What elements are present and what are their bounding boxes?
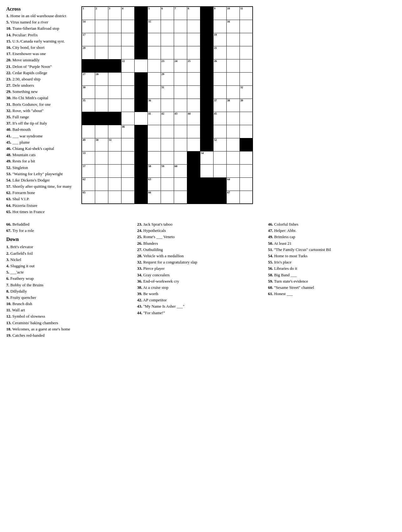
grid-cell[interactable]: 6 xyxy=(161,7,174,20)
grid-cell[interactable] xyxy=(240,151,253,164)
grid-cell[interactable]: 64 xyxy=(226,177,240,191)
grid-cell[interactable]: 37 xyxy=(213,99,226,112)
grid-cell[interactable] xyxy=(147,33,161,46)
grid-cell[interactable] xyxy=(240,164,253,177)
grid-cell[interactable]: 57 xyxy=(82,164,95,177)
grid-cell[interactable] xyxy=(134,59,147,72)
grid-cell[interactable] xyxy=(240,46,253,59)
grid-cell[interactable] xyxy=(226,85,240,99)
grid-cell[interactable] xyxy=(240,33,253,46)
grid-cell[interactable]: 45 xyxy=(213,112,226,125)
grid-cell[interactable] xyxy=(134,112,147,125)
grid-cell[interactable] xyxy=(174,46,187,59)
grid-cell[interactable] xyxy=(240,125,253,138)
grid-cell[interactable] xyxy=(226,125,240,138)
grid-cell[interactable]: 30 xyxy=(82,85,95,99)
grid-cell[interactable]: 50 xyxy=(95,138,108,151)
grid-cell[interactable]: 24 xyxy=(174,59,187,72)
grid-cell[interactable] xyxy=(226,59,240,72)
grid-cell[interactable] xyxy=(240,20,253,33)
grid-cell[interactable] xyxy=(226,151,240,164)
grid-cell[interactable] xyxy=(174,191,187,204)
grid-cell[interactable]: 11 xyxy=(240,7,253,20)
grid-cell[interactable] xyxy=(95,85,108,99)
grid-cell[interactable] xyxy=(108,99,121,112)
grid-cell[interactable] xyxy=(108,20,121,33)
grid-cell[interactable]: 66 xyxy=(147,191,161,204)
grid-cell[interactable]: 52 xyxy=(213,138,226,151)
grid-cell[interactable] xyxy=(108,125,121,138)
grid-cell[interactable]: 60 xyxy=(174,164,187,177)
grid-cell[interactable] xyxy=(121,191,134,204)
grid-cell[interactable] xyxy=(161,177,174,191)
grid-cell[interactable] xyxy=(161,151,174,164)
grid-cell[interactable]: 59 xyxy=(161,164,174,177)
grid-cell[interactable] xyxy=(213,85,226,99)
grid-cell[interactable] xyxy=(161,33,174,46)
grid-cell[interactable] xyxy=(95,125,108,138)
grid-cell[interactable] xyxy=(213,125,226,138)
grid-cell[interactable]: 19 xyxy=(213,33,226,46)
grid-cell[interactable]: 20 xyxy=(82,46,95,59)
grid-cell[interactable] xyxy=(226,72,240,85)
grid-cell[interactable] xyxy=(161,99,174,112)
grid-cell[interactable]: 10 xyxy=(226,7,240,20)
grid-cell[interactable] xyxy=(95,191,108,204)
grid-cell[interactable] xyxy=(147,59,161,72)
grid-cell[interactable] xyxy=(147,125,161,138)
grid-cell[interactable] xyxy=(108,33,121,46)
grid-cell[interactable] xyxy=(95,151,108,164)
grid-cell[interactable] xyxy=(226,46,240,59)
grid-cell[interactable] xyxy=(95,33,108,46)
grid-cell[interactable]: 41 xyxy=(147,112,161,125)
grid-cell[interactable] xyxy=(147,138,161,151)
grid-cell[interactable] xyxy=(200,164,213,177)
grid-cell[interactable] xyxy=(174,85,187,99)
grid-cell[interactable] xyxy=(240,191,253,204)
grid-cell[interactable]: 15 xyxy=(147,20,161,33)
grid-cell[interactable]: 67 xyxy=(226,191,240,204)
grid-cell[interactable]: 29 xyxy=(161,72,174,85)
grid-cell[interactable] xyxy=(95,164,108,177)
grid-cell[interactable] xyxy=(108,151,121,164)
grid-cell[interactable] xyxy=(161,20,174,33)
grid-cell[interactable]: 2 xyxy=(95,7,108,20)
grid-cell[interactable] xyxy=(187,33,200,46)
grid-cell[interactable] xyxy=(226,138,240,151)
grid-cell[interactable] xyxy=(174,72,187,85)
grid-cell[interactable] xyxy=(174,125,187,138)
grid-cell[interactable]: 51 xyxy=(108,138,121,151)
grid-cell[interactable] xyxy=(226,112,240,125)
grid-cell[interactable] xyxy=(187,138,200,151)
grid-cell[interactable]: 62 xyxy=(82,177,95,191)
grid-cell[interactable] xyxy=(121,46,134,59)
grid-cell[interactable]: 23 xyxy=(161,59,174,72)
grid-cell[interactable]: 36 xyxy=(147,99,161,112)
grid-cell[interactable] xyxy=(161,138,174,151)
grid-cell[interactable] xyxy=(121,151,134,164)
grid-cell[interactable]: 35 xyxy=(82,99,95,112)
grid-cell[interactable] xyxy=(174,177,187,191)
grid-cell[interactable]: 14 xyxy=(82,20,95,33)
grid-cell[interactable]: 22 xyxy=(121,59,134,72)
grid-cell[interactable] xyxy=(174,20,187,33)
grid-cell[interactable]: 42 xyxy=(161,112,174,125)
grid-cell[interactable]: 3 xyxy=(108,7,121,20)
grid-cell[interactable]: 49 xyxy=(82,138,95,151)
grid-cell[interactable] xyxy=(213,164,226,177)
grid-cell[interactable] xyxy=(121,112,134,125)
grid-cell[interactable] xyxy=(147,85,161,99)
grid-cell[interactable] xyxy=(213,20,226,33)
grid-cell[interactable]: 7 xyxy=(174,7,187,20)
grid-cell[interactable]: 4 xyxy=(121,7,134,20)
grid-cell[interactable] xyxy=(240,59,253,72)
grid-cell[interactable] xyxy=(121,72,134,85)
grid-cell[interactable] xyxy=(187,72,200,85)
grid-cell[interactable]: 44 xyxy=(187,112,200,125)
grid-cell[interactable] xyxy=(226,33,240,46)
grid-cell[interactable] xyxy=(174,33,187,46)
grid-cell[interactable] xyxy=(187,99,200,112)
grid-cell[interactable] xyxy=(108,46,121,59)
grid-cell[interactable] xyxy=(121,33,134,46)
grid-cell[interactable] xyxy=(174,99,187,112)
